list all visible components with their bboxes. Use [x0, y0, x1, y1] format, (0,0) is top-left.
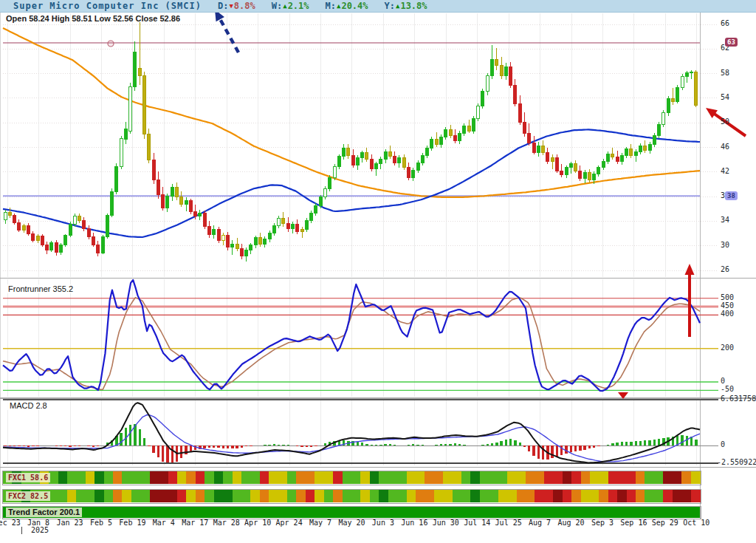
- date-tick-label: Sep 29: [652, 519, 678, 527]
- price-tick-label: 26: [721, 265, 729, 273]
- date-tick-label: Jun 3: [372, 519, 394, 527]
- frontrunner-tick-label: 400: [721, 310, 734, 318]
- macd-tick-label: 6.631758: [721, 395, 756, 403]
- price-tick-label: 58: [721, 69, 729, 77]
- frontrunner-tick-label: 500: [721, 293, 734, 301]
- frontrunner-tick-label: 450: [721, 301, 734, 310]
- fxc2-label: FXC2 82.5: [6, 491, 50, 501]
- frontrunner-panel: [3, 280, 718, 391]
- price-tick-label: 54: [721, 93, 729, 101]
- date-tick-label: May 7: [309, 519, 331, 527]
- date-tick-label: Sep 3: [591, 519, 614, 527]
- up-triangle-icon: ▲: [396, 2, 399, 10]
- up-triangle-icon: ▲: [283, 2, 286, 10]
- price-tick-label: 30: [721, 241, 729, 249]
- change-value: 2.1%: [288, 1, 309, 11]
- change-value: 20.4%: [341, 1, 368, 11]
- change-period-label: D:: [218, 1, 228, 11]
- date-tick-label: Jan 23: [56, 519, 83, 527]
- date-tick-label: Jun 30: [433, 519, 459, 527]
- price-badge-38: 38: [725, 191, 738, 200]
- macd-panel: [3, 400, 718, 463]
- price-tick-label: 46: [721, 143, 729, 151]
- date-tick-label: Jul 25: [495, 519, 522, 527]
- change-value: 8.8%: [234, 1, 255, 11]
- date-tick-label: Jul 14: [464, 519, 490, 527]
- date-tick-label: May 20: [338, 519, 365, 527]
- circle-on-63-line: [108, 41, 114, 47]
- fxc1-heatmap: [2, 471, 701, 485]
- trend-factor-bar: [2, 506, 701, 519]
- change-value: 13.8%: [400, 1, 427, 11]
- change-item: D:▼8.8%: [218, 1, 255, 11]
- macd-panel-label: MACD 2.8: [7, 401, 49, 410]
- date-tick-label: Apr 10: [244, 519, 271, 527]
- date-tick-label: Jun 16: [401, 519, 427, 527]
- up-triangle-icon: ▲: [337, 2, 340, 10]
- price-badge-63: 63: [725, 38, 738, 47]
- date-tick-label: Jan 8: [27, 519, 49, 527]
- header-bar: Super Micro Computer Inc (SMCI) D:▼8.8% …: [0, 0, 756, 13]
- date-tick-label: Mar 4: [153, 519, 175, 527]
- year-label: 2025: [31, 526, 49, 534]
- date-tick-label: Dec 23: [0, 519, 21, 527]
- change-period-label: M:: [326, 1, 336, 11]
- date-tick-label: Apr 24: [276, 519, 303, 527]
- date-tick-label: Aug 20: [557, 519, 584, 527]
- change-item: M:▲20.4%: [326, 1, 368, 11]
- panel-frame: [0, 12, 756, 519]
- charting-app-window: { "header": { "title": "Super Micro Comp…: [0, 0, 756, 543]
- macd-tick-label: -2.550922: [717, 458, 756, 466]
- price-tick-label: 66: [721, 19, 729, 27]
- down-triangle-icon: ▼: [229, 2, 233, 10]
- date-tick-label: Feb 5: [90, 519, 112, 527]
- date-tick-label: Feb 19: [119, 519, 145, 527]
- date-tick-label: Aug 7: [529, 519, 551, 527]
- frontrunner-tick-label: 0: [721, 377, 725, 385]
- fxc1-label: FXC1 58.6: [6, 473, 50, 482]
- date-tick-label: Mar 17: [182, 519, 208, 527]
- frontrunner-tick-label: 200: [721, 344, 734, 352]
- price-tick-label: 34: [721, 216, 729, 224]
- frontrunner-tick-label: -50: [721, 385, 734, 393]
- change-item: Y:▲13.8%: [385, 1, 427, 11]
- date-tick-label: Sep 16: [620, 519, 647, 527]
- change-period-label: Y:: [385, 1, 395, 11]
- ohlc-readout: Open 58.24 High 58.51 Low 52.56 Close 52…: [6, 14, 180, 23]
- date-tick-label: Mar 28: [213, 519, 240, 527]
- change-period-label: W:: [272, 1, 282, 11]
- change-item: W:▲2.1%: [272, 1, 309, 11]
- year-tick: [21, 527, 22, 534]
- macd-tick-label: 0: [721, 440, 725, 448]
- trend-factor-label: Trend Factor 200.1: [6, 508, 82, 517]
- candlestick-series: [4, 22, 698, 262]
- price-tick-label: 50: [721, 117, 729, 126]
- fxc2-heatmap: [2, 489, 701, 503]
- symbol-title: Super Micro Computer Inc (SMCI): [13, 1, 202, 11]
- chart-canvas[interactable]: [0, 0, 756, 543]
- date-tick-label: Oct 10: [683, 519, 709, 527]
- frontrunner-panel-label: Frontrunner 355.2: [6, 284, 75, 293]
- price-tick-label: 42: [721, 167, 729, 175]
